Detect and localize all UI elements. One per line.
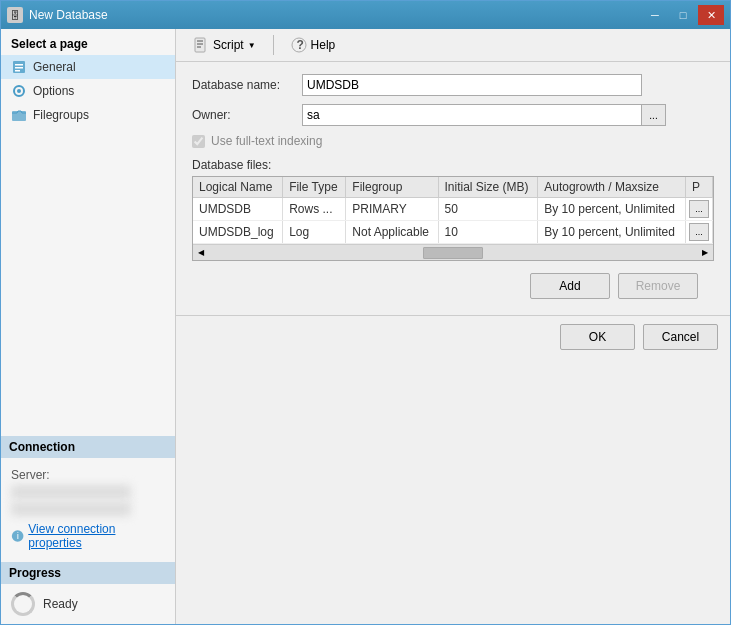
db-files-label: Database files: [192,158,714,172]
fulltext-label: Use full-text indexing [211,134,322,148]
toolbar: Script ▼ ? Help [176,29,730,62]
owner-input[interactable] [302,104,642,126]
connection-section: Server: i View connection properties [1,458,175,558]
table-header-row: Logical Name File Type Filegroup Initial… [193,177,713,198]
ok-button[interactable]: OK [560,324,635,350]
form-area: Database name: Owner: ... Use full-text … [176,62,730,315]
sidebar-item-general-label: General [33,60,76,74]
table-row[interactable]: UMDSDB Rows ... PRIMARY 50 By 10 percent… [193,198,713,221]
scroll-thumb[interactable] [423,247,483,259]
row2-filegroup: Not Applicable [346,221,438,244]
fulltext-row: Use full-text indexing [192,134,714,148]
svg-rect-1 [15,64,23,66]
main-window: 🗄 New Database ─ □ ✕ Select a page Gener… [0,0,731,625]
connection-section-header: Connection [1,436,175,458]
svg-point-5 [17,89,21,93]
sidebar-spacer [1,127,175,432]
title-bar-left: 🗄 New Database [7,7,108,23]
scroll-left-button[interactable]: ◀ [193,245,209,261]
add-button[interactable]: Add [530,273,610,299]
sidebar-item-options[interactable]: Options [1,79,175,103]
server-value2 [11,502,131,516]
cancel-button[interactable]: Cancel [643,324,718,350]
main-content: Script ▼ ? Help Database name: [176,29,730,624]
database-name-label: Database name: [192,78,302,92]
owner-label: Owner: [192,108,302,122]
row1-autogrowth: By 10 percent, Unlimited [538,198,686,221]
svg-rect-3 [15,70,20,72]
row1-logical-name: UMDSDB [193,198,283,221]
minimize-button[interactable]: ─ [642,5,668,25]
database-name-input[interactable] [302,74,642,96]
owner-row: Owner: ... [192,104,714,126]
db-files-table-container: Logical Name File Type Filegroup Initial… [192,176,714,261]
progress-ready: Ready [11,592,165,616]
scroll-track[interactable] [209,245,697,260]
row2-file-type: Log [283,221,346,244]
sidebar-item-filegroups-label: Filegroups [33,108,89,122]
window-title: New Database [29,8,108,22]
maximize-button[interactable]: □ [670,5,696,25]
sidebar: Select a page General Options [1,29,176,624]
col-filegroup: Filegroup [346,177,438,198]
progress-label: Progress [9,566,61,580]
col-file-type: File Type [283,177,346,198]
close-button[interactable]: ✕ [698,5,724,25]
view-connection-properties[interactable]: i View connection properties [11,522,165,550]
fulltext-checkbox [192,135,205,148]
row2-browse-button[interactable]: ... [689,223,709,241]
col-logical-name: Logical Name [193,177,283,198]
row1-browse-button[interactable]: ... [689,200,709,218]
progress-spinner [11,592,35,616]
script-dropdown-icon: ▼ [248,41,256,50]
help-button[interactable]: ? Help [282,33,345,57]
row2-logical-name: UMDSDB_log [193,221,283,244]
options-icon [11,83,27,99]
row2-autogrowth: By 10 percent, Unlimited [538,221,686,244]
progress-section-header: Progress [1,562,175,584]
info-icon: i [11,529,24,543]
toolbar-separator [273,35,274,55]
progress-section: Ready [1,584,175,624]
general-icon [11,59,27,75]
row2-btn-cell: ... [686,221,713,244]
col-initial-size: Initial Size (MB) [438,177,538,198]
database-name-row: Database name: [192,74,714,96]
title-bar-buttons: ─ □ ✕ [642,5,724,25]
window-body: Select a page General Options [1,29,730,624]
window-icon: 🗄 [7,7,23,23]
row1-btn-cell: ... [686,198,713,221]
scroll-right-button[interactable]: ▶ [697,245,713,261]
row1-file-type: Rows ... [283,198,346,221]
sidebar-item-options-label: Options [33,84,74,98]
svg-text:?: ? [296,38,303,52]
table-body: UMDSDB Rows ... PRIMARY 50 By 10 percent… [193,198,713,244]
row1-initial-size: 50 [438,198,538,221]
script-label: Script [213,38,244,52]
svg-rect-2 [15,67,23,69]
view-connection-label: View connection properties [28,522,165,550]
svg-rect-9 [195,38,205,52]
owner-browse-button[interactable]: ... [642,104,666,126]
server-value [11,485,131,499]
bottom-bar: OK Cancel [176,315,730,358]
server-label: Server: [11,468,165,482]
help-label: Help [311,38,336,52]
horizontal-scrollbar[interactable]: ◀ ▶ [193,244,713,260]
script-icon [193,37,209,53]
title-bar: 🗄 New Database ─ □ ✕ [1,1,730,29]
sidebar-item-filegroups[interactable]: Filegroups [1,103,175,127]
row1-filegroup: PRIMARY [346,198,438,221]
col-autogrowth: Autogrowth / Maxsize [538,177,686,198]
table-row[interactable]: UMDSDB_log Log Not Applicable 10 By 10 p… [193,221,713,244]
action-row: Add Remove [192,269,714,303]
svg-text:i: i [17,530,19,541]
script-button[interactable]: Script ▼ [184,33,265,57]
help-icon: ? [291,37,307,53]
select-page-header: Select a page [1,29,175,55]
progress-status: Ready [43,597,78,611]
connection-label: Connection [9,440,75,454]
sidebar-item-general[interactable]: General [1,55,175,79]
remove-button[interactable]: Remove [618,273,698,299]
table-header: Logical Name File Type Filegroup Initial… [193,177,713,198]
